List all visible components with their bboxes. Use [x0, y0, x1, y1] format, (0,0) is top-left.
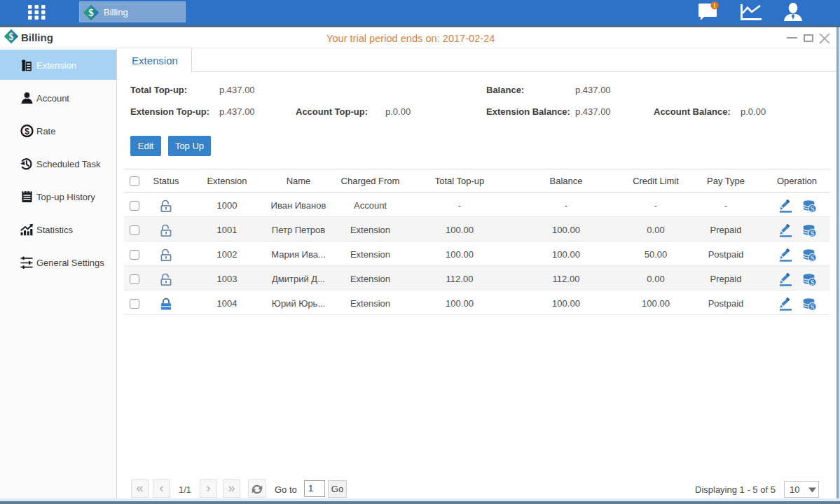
- svg-text:S: S: [810, 279, 814, 286]
- svg-text:S: S: [810, 254, 814, 262]
- svg-text:S: S: [810, 303, 814, 311]
- svg-text:S: S: [810, 230, 814, 237]
- svg-text:S: S: [810, 205, 814, 213]
- svg-text:$: $: [88, 7, 94, 18]
- svg-text:$: $: [9, 31, 14, 42]
- svg-text:$: $: [25, 126, 29, 136]
- svg-text:!: !: [713, 1, 715, 9]
